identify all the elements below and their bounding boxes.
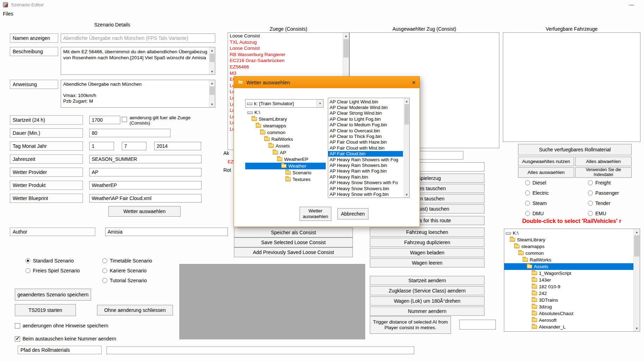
- consist-item[interactable]: TXL Autozug: [228, 39, 349, 46]
- tree-item[interactable]: common: [245, 129, 326, 136]
- tree-item[interactable]: Alexander_L: [504, 324, 640, 330]
- start-time-field[interactable]: 1700: [89, 116, 120, 124]
- vehicle-filter-radio[interactable]: DMU: [525, 211, 588, 216]
- tree-item[interactable]: Assets: [504, 263, 640, 270]
- save-scenario-button[interactable]: geaendertes Szenario speichern: [15, 289, 91, 301]
- file-item[interactable]: AP Clear Moderate Wind.bin: [328, 104, 403, 110]
- consist-item[interactable]: EZ56466: [228, 64, 349, 70]
- scroll-down-icon[interactable]: [634, 325, 640, 331]
- empty-wagon-button[interactable]: Wagen leeren: [370, 258, 484, 267]
- tree-item[interactable]: Assets: [245, 143, 326, 149]
- minimize-button[interactable]: —: [625, 1, 639, 8]
- tree-item[interactable]: AP: [245, 149, 326, 156]
- vehicles-tree-scrollbar[interactable]: [633, 229, 640, 331]
- use-selected-button[interactable]: Ausgewaehltes nutzen: [518, 157, 574, 166]
- start-ts2019-button[interactable]: TS2019 starten: [15, 304, 76, 316]
- change-number-button[interactable]: Nummer aendern: [370, 307, 484, 316]
- scroll-down-icon[interactable]: [209, 101, 215, 107]
- season-field[interactable]: SEASON_SUMMER: [89, 155, 201, 163]
- description-field[interactable]: Mit dem EZ 56466, übernimmst du den alla…: [61, 47, 215, 75]
- change-start-time-button[interactable]: Startzeit aendern: [370, 276, 484, 285]
- chevron-down-icon[interactable]: [317, 99, 323, 107]
- duplicate-vehicle-button[interactable]: Fahrzeug duplizieren: [370, 238, 484, 247]
- file-item[interactable]: AP Clear to Light Fog.bin: [328, 116, 403, 122]
- radio-tutorial-szenario[interactable]: Tutorial Szenario: [102, 278, 147, 283]
- tree-item[interactable]: Aerosoft: [504, 317, 640, 324]
- tree-item[interactable]: 1_WagonScript: [504, 270, 640, 277]
- save-as-consist-button[interactable]: Speicher als Consist: [234, 228, 353, 237]
- file-item[interactable]: AP Fair Cloud.bin: [328, 151, 403, 157]
- consist-item[interactable]: EC216 Graz-Saarbrücken: [228, 58, 349, 64]
- description-scrollbar[interactable]: [209, 47, 215, 74]
- radio-dot[interactable]: [25, 258, 30, 263]
- tree-item[interactable]: K:\: [504, 230, 640, 236]
- scroll-down-icon[interactable]: [404, 192, 409, 198]
- file-item[interactable]: AP Heavy Rain Showers.bin: [328, 162, 403, 168]
- tree-item[interactable]: steamapps: [245, 122, 326, 129]
- vehicle-filter-radio[interactable]: Tender: [588, 200, 634, 206]
- consist-item[interactable]: M3: [228, 70, 349, 77]
- scroll-up-icon[interactable]: [404, 98, 409, 104]
- file-item[interactable]: AP Heavy Snow Showers.bin: [328, 186, 403, 191]
- tree-item[interactable]: 242: [504, 290, 640, 297]
- radio-dot[interactable]: [102, 278, 107, 283]
- consist-item[interactable]: RB Wasserburg Rangierer: [228, 52, 349, 58]
- month-field[interactable]: 7: [122, 142, 146, 150]
- radio-dot[interactable]: [588, 211, 593, 216]
- weather-select-button[interactable]: Wetter auswaehlen: [300, 207, 331, 221]
- weather-cancel-button[interactable]: Abbrechen: [337, 208, 368, 219]
- radio-kariere-scenario[interactable]: Kariere Scenario: [102, 268, 146, 273]
- select-all-button[interactable]: Alles auswaehlen: [518, 167, 574, 178]
- file-item[interactable]: AP Heavy Snow Showers with Fo: [328, 180, 403, 185]
- file-item[interactable]: AP Fair Cloud with Mist.bin: [328, 145, 403, 151]
- choose-weather-button[interactable]: Wetter auswaehlen: [108, 206, 181, 217]
- consist-item[interactable]: Loose Consist: [228, 33, 349, 39]
- tree-item[interactable]: steamapps: [504, 243, 640, 250]
- tree-item[interactable]: AbsolutesChaoz: [504, 310, 640, 317]
- instruction-scrollbar[interactable]: [209, 80, 215, 107]
- use-index-file-button[interactable]: Verwenden Sie die Indexdatei: [575, 167, 632, 178]
- tree-item[interactable]: RailWorks: [245, 136, 326, 143]
- file-item[interactable]: AP Heavy Rain with Fog.bin: [328, 168, 403, 174]
- trigger-distance-field[interactable]: [459, 320, 496, 330]
- tree-item[interactable]: common: [504, 250, 640, 257]
- tree-item[interactable]: 182 010-9: [504, 283, 640, 290]
- dialog-close-icon[interactable]: ×: [412, 79, 416, 86]
- tree-item[interactable]: WeatherEP: [245, 156, 326, 163]
- radio-dot[interactable]: [25, 268, 30, 273]
- file-item[interactable]: AP Clear to Medium Fog.bin: [328, 122, 403, 128]
- weather-blueprint-field[interactable]: Weather\AP Fair Cloud.xml: [89, 194, 201, 203]
- add-saved-loose-consist-button[interactable]: Add Previously Saved Loose Consist: [234, 247, 353, 257]
- instruction-field[interactable]: Abendliche Übergabe nach München Vmax: 1…: [61, 80, 215, 108]
- scroll-thumb[interactable]: [404, 104, 409, 125]
- scroll-up-icon[interactable]: [209, 80, 215, 86]
- tree-item[interactable]: 3dzug: [504, 303, 640, 310]
- file-item[interactable]: AP Clear to Thick Fog.bin: [328, 133, 403, 139]
- radio-freies-spiel-szenario[interactable]: Freies Spiel Szenario: [25, 268, 80, 273]
- load-wagon-button[interactable]: Wagen beladen: [370, 248, 484, 257]
- menu-files[interactable]: Files: [0, 9, 16, 18]
- keep-number-checkbox[interactable]: [15, 336, 20, 342]
- file-item[interactable]: AP Clear Light Wind.bin: [328, 99, 403, 104]
- tree-item[interactable]: Scenario: [245, 169, 326, 176]
- vehicle-filter-radio[interactable]: Diesel: [525, 180, 588, 186]
- save-without-hints-checkbox[interactable]: [15, 323, 20, 328]
- duration-field[interactable]: 80: [89, 129, 170, 137]
- radio-dot[interactable]: [525, 180, 530, 185]
- rolling-stock-path-field[interactable]: [107, 346, 414, 354]
- radio-dot[interactable]: [525, 191, 530, 195]
- tree-item[interactable]: K:\: [245, 109, 326, 116]
- scroll-up-icon[interactable]: [209, 47, 215, 53]
- radio-dot[interactable]: [588, 191, 593, 195]
- tree-item[interactable]: 143er: [504, 277, 640, 283]
- radio-standard-szenario[interactable]: Standard Szenario: [25, 258, 74, 264]
- vehicles-list[interactable]: [503, 32, 640, 142]
- weather-folder-tree[interactable]: K:\ SteamLibrary steamapps common: [245, 109, 326, 183]
- scroll-thumb[interactable]: [343, 39, 349, 58]
- vehicle-filter-radio[interactable]: Freight: [588, 180, 634, 186]
- keep-number-row[interactable]: Beim austauschen keine Nummer aendern: [15, 336, 116, 342]
- radio-dot[interactable]: [102, 268, 107, 273]
- consist-item[interactable]: Loose Consist: [228, 45, 349, 52]
- vehicle-filter-radio[interactable]: Electric: [525, 190, 588, 196]
- file-item[interactable]: AP Heavy Snow with Fog.bin: [328, 191, 403, 197]
